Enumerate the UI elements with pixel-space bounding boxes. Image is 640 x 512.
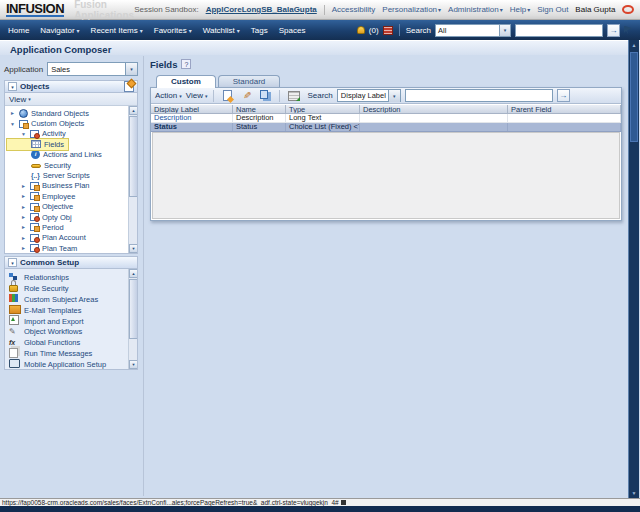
detach-button[interactable] [286,89,301,103]
window-scrollbar[interactable]: ▲ ▼ [628,40,639,498]
sign-out-link[interactable]: Sign Out [537,5,568,14]
worklist-icon[interactable] [383,26,393,35]
expand-icon[interactable] [20,183,27,189]
table-empty-area [152,132,620,219]
tree-item-plan-team[interactable]: Plan Team [7,243,127,253]
expand-icon[interactable] [20,235,27,241]
column-display-label[interactable]: Display Label [151,105,233,113]
tree-view-menu[interactable]: View [9,95,31,104]
scrollbar-thumb[interactable] [129,116,137,197]
server-scripts-icon [31,172,40,179]
setup-scrollbar[interactable]: ▲ ▼ [128,269,137,369]
tree-item-custom-objects[interactable]: Custom Objects [7,118,127,128]
nav-favorites[interactable]: Favorites [154,26,192,35]
collapse-common-setup-icon[interactable]: ▾ [8,258,17,267]
status-chip-icon [341,500,346,505]
setup-item-global-functions[interactable]: Global Functions [9,337,127,348]
common-setup-list: Relationships Role Security Custom Subje… [4,269,138,370]
scrollbar-thumb[interactable] [129,279,138,339]
help-icon[interactable]: ? [181,59,191,69]
tree-item-business-plan[interactable]: Business Plan [7,181,127,191]
accessibility-link[interactable]: Accessibility [332,5,376,14]
expand-icon[interactable] [20,204,27,210]
tree-item-employee[interactable]: Employee [7,191,127,201]
field-link[interactable]: Description [151,114,233,122]
setup-item-email-templates[interactable]: E-Mail Templates [9,305,127,316]
expand-icon[interactable] [9,110,16,116]
scroll-down-icon[interactable]: ▼ [129,244,137,253]
expand-icon[interactable] [20,224,27,230]
setup-item-run-time-messages[interactable]: Run Time Messages [9,348,127,359]
nav-recent-items[interactable]: Recent Items [91,26,143,35]
copy-field-button[interactable] [258,89,273,103]
collapse-icon[interactable] [20,131,27,137]
expand-icon[interactable] [20,245,27,251]
search-scope-select[interactable]: All ▾ [435,24,511,37]
edit-field-button[interactable]: ✎ [239,89,254,103]
session-sandbox-link[interactable]: ApplCoreLongSB_BalaGupta [206,5,317,14]
search-field-select[interactable]: Display Label ▾ [337,89,401,102]
create-field-button[interactable] [220,89,235,103]
tree-item-objective[interactable]: Objective [7,202,127,212]
setup-item-object-workflows[interactable]: Object Workflows [9,326,127,337]
scroll-down-icon[interactable]: ▼ [629,488,639,498]
chevron-down-icon[interactable]: ▾ [388,90,400,102]
setup-item-custom-subject-areas[interactable]: Custom Subject Areas [9,294,127,305]
tree-item-plan-account[interactable]: Plan Account [7,233,127,243]
global-search-input[interactable] [515,24,603,37]
table-search-input[interactable] [405,89,553,102]
chevron-down-icon[interactable]: ▾ [499,25,510,36]
setup-item-relationships[interactable]: Relationships [9,272,127,283]
table-search-go-button[interactable]: → [557,89,570,102]
scroll-down-icon[interactable]: ▼ [129,360,138,369]
collapse-objects-icon[interactable]: ▾ [8,82,17,91]
envelope-icon [9,305,20,316]
tree-item-actions-and-links[interactable]: Actions and Links [7,150,127,160]
setup-item-mobile-application-setup[interactable]: Mobile Application Setup [9,359,127,370]
scroll-up-icon[interactable]: ▲ [629,40,639,50]
expand-icon[interactable] [20,193,27,199]
administration-menu[interactable]: Administration [448,5,503,14]
setup-item-import-and-export[interactable]: Import and Export [9,316,127,327]
advanced-search-icon[interactable] [624,26,632,35]
view-menu[interactable]: View [186,91,208,100]
tree-item-opty-obj[interactable]: Opty Obj [7,212,127,222]
tree-item-security[interactable]: Security [7,160,127,170]
table-row-description[interactable]: Description Description Long Text [151,114,621,123]
tree-item-server-scripts[interactable]: Server Scripts [7,170,127,180]
application-select[interactable]: Sales ▾ [47,62,138,76]
nav-tags[interactable]: Tags [251,26,268,35]
collapse-icon[interactable] [9,121,16,127]
scroll-up-icon[interactable]: ▲ [129,269,138,278]
tree-item-standard-objects[interactable]: Standard Objects [7,108,127,118]
nav-home[interactable]: Home [8,26,29,35]
column-parent-field[interactable]: Parent Field [508,105,621,113]
column-type[interactable]: Type [286,105,360,113]
tree-scrollbar[interactable]: ▲ ▼ [128,106,137,253]
personalization-menu[interactable]: Personalization [382,5,441,14]
table-row-status[interactable]: Status Status Choice List (Fixed) <Troub… [151,123,621,132]
tree-item-fields[interactable]: Fields [7,139,68,149]
subject-areas-icon [9,294,20,304]
setup-item-role-security[interactable]: Role Security [9,283,127,294]
notifications-bell-icon[interactable] [357,26,365,34]
fields-panel: Action View ✎ Search Display Label ▾ → D… [150,87,622,221]
nav-spaces[interactable]: Spaces [279,26,306,35]
scrollbar-thumb[interactable] [630,52,638,142]
tree-item-period[interactable]: Period [7,222,127,232]
nav-watchlist[interactable]: Watchlist [203,26,240,35]
tree-item-activity[interactable]: Activity [7,129,127,139]
custom-object-icon [30,213,39,221]
chevron-down-icon[interactable]: ▾ [125,63,137,75]
action-menu[interactable]: Action [155,91,182,100]
column-name[interactable]: Name [233,105,286,113]
scroll-up-icon[interactable]: ▲ [129,106,137,115]
field-link[interactable]: Status [151,123,233,131]
edit-objects-icon[interactable] [124,81,134,92]
tab-custom[interactable]: Custom [156,75,216,88]
nav-navigator[interactable]: Navigator [40,26,79,35]
expand-icon[interactable] [20,214,27,220]
column-description[interactable]: Description [360,105,508,113]
help-menu[interactable]: Help [510,5,530,14]
search-go-button[interactable]: → [607,24,620,37]
